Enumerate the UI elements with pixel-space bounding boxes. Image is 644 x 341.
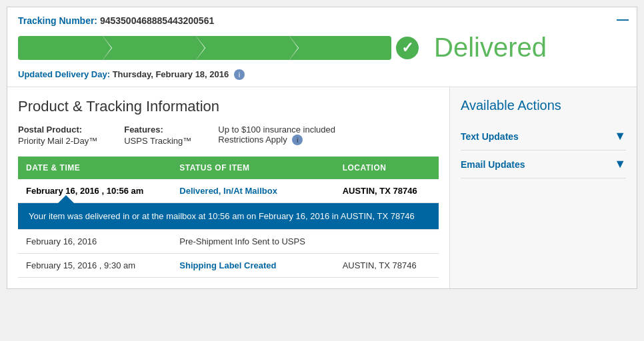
restrictions-info-icon[interactable]: i [292, 135, 303, 145]
text-updates-chevron-icon: ▼ [614, 129, 626, 143]
row2-date: February 16, 2016 [18, 230, 171, 254]
insurance-col: Up to $100 insurance included Restrictio… [218, 125, 335, 146]
postal-product-label: Postal Product: [18, 125, 97, 135]
progress-bar-area: ✓ [18, 35, 421, 61]
content-area: Product & Tracking Information Postal Pr… [7, 87, 637, 288]
progress-seg-4 [298, 36, 391, 60]
check-circle: ✓ [394, 35, 421, 61]
features-col: Features: USPS Tracking™ [124, 125, 191, 146]
tracking-label: Tracking Number: [18, 15, 97, 26]
row2-status: Pre-Shipment Info Sent to USPS [171, 230, 334, 254]
table-header: DATE & TIME STATUS OF ITEM LOCATION [18, 157, 439, 179]
delivery-day-label: Updated Delivery Day: [18, 69, 110, 79]
row3-status[interactable]: Shipping Label Created [171, 254, 334, 278]
progress-delivered-row: ✓ Delivered [18, 33, 626, 63]
seg-arrow-green-3 [289, 36, 298, 60]
checkmark-icon: ✓ [401, 41, 413, 55]
col-date-header: DATE & TIME [18, 157, 171, 179]
text-updates-action[interactable]: Text Updates ▼ [461, 123, 626, 151]
text-updates-label: Text Updates [461, 131, 519, 142]
tracking-value: 9453500468885443200561 [100, 15, 214, 26]
seg-arrow-green-2 [196, 36, 205, 60]
top-section: Tracking Number: 9453500468885443200561 [7, 7, 637, 87]
product-info-row: Postal Product: Priority Mail 2-Day™ Fea… [18, 125, 439, 146]
delivery-day-value: Thursday, February 18, 2016 [113, 69, 229, 79]
table-row: February 16, 2016 Pre-Shipment Info Sent… [18, 230, 439, 254]
row3-date: February 15, 2016 , 9:30 am [18, 254, 171, 278]
detail-bubble-row: Your item was delivered in or at the mai… [18, 203, 439, 230]
row2-location [335, 230, 439, 254]
table-body: February 16, 2016 , 10:56 am Delivered, … [18, 179, 439, 278]
progress-seg-3 [205, 36, 298, 60]
features-label: Features: [124, 125, 191, 135]
col-location-header: LOCATION [335, 157, 439, 179]
progress-seg-1 [18, 36, 111, 60]
tracking-table: DATE & TIME STATUS OF ITEM LOCATION Febr… [18, 157, 439, 278]
table-row: February 15, 2016 , 9:30 am Shipping Lab… [18, 254, 439, 278]
table-row: February 16, 2016 , 10:56 am Delivered, … [18, 179, 439, 203]
delivered-status: Delivered [434, 33, 547, 63]
postal-product-col: Postal Product: Priority Mail 2-Day™ [18, 125, 97, 146]
email-updates-label: Email Updates [461, 159, 525, 170]
right-panel: Available Actions Text Updates ▼ Email U… [450, 87, 637, 288]
row3-location: AUSTIN, TX 78746 [335, 254, 439, 278]
section-title: Product & Tracking Information [18, 98, 439, 115]
info-icon[interactable]: i [234, 69, 245, 80]
features-value: USPS Tracking™ [124, 136, 191, 146]
actions-title: Available Actions [461, 98, 626, 113]
email-updates-chevron-icon: ▼ [614, 157, 626, 171]
restrictions-text: Restrictions Apply [218, 135, 287, 145]
postal-product-value: Priority Mail 2-Day™ [18, 136, 97, 146]
tracking-number-row: Tracking Number: 9453500468885443200561 [18, 15, 626, 26]
delivery-day-row: Updated Delivery Day: Thursday, February… [18, 69, 626, 80]
detail-bubble-cell: Your item was delivered in or at the mai… [18, 203, 439, 230]
insurance-text: Up to $100 insurance included [218, 125, 335, 135]
row1-date: February 16, 2016 , 10:56 am [18, 179, 171, 203]
email-updates-action[interactable]: Email Updates ▼ [461, 151, 626, 178]
seg-arrow-green-1 [103, 36, 111, 60]
minimize-button[interactable]: — [617, 13, 629, 27]
row1-status[interactable]: Delivered, In/At Mailbox [171, 179, 334, 203]
progress-seg-2 [111, 36, 205, 60]
detail-bubble: Your item was delivered in or at the mai… [18, 203, 439, 229]
progress-bar [18, 36, 391, 60]
left-panel: Product & Tracking Information Postal Pr… [7, 87, 450, 288]
row1-location: AUSTIN, TX 78746 [335, 179, 439, 203]
main-container: — Tracking Number: 945350046888544320056… [7, 7, 637, 289]
col-status-header: STATUS OF ITEM [171, 157, 334, 179]
